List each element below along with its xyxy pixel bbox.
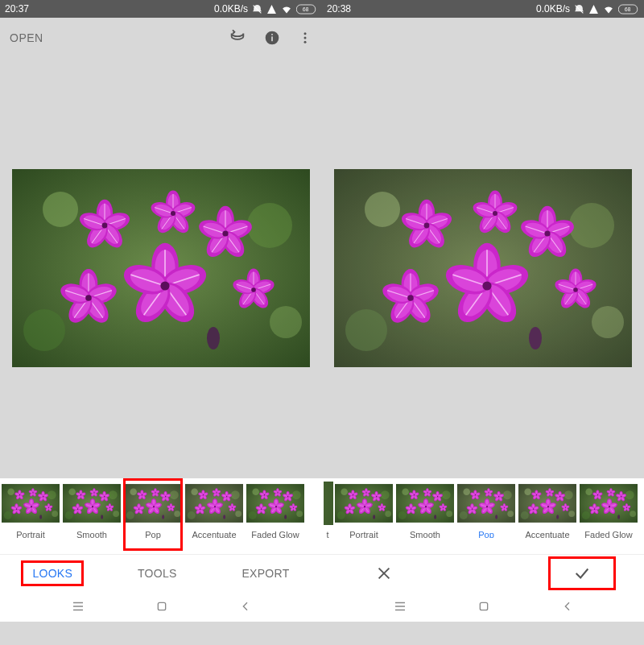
tab-looks[interactable]: LOOKS xyxy=(26,564,79,583)
filter-portrait[interactable]: Portrait xyxy=(333,482,394,540)
svg-rect-22 xyxy=(271,34,273,35)
signal-icon xyxy=(266,4,277,14)
cancel-button[interactable] xyxy=(336,560,432,587)
svg-rect-29 xyxy=(158,602,165,610)
main-image-area[interactable] xyxy=(322,58,644,478)
filter-portrait[interactable]: Portrait xyxy=(0,482,61,540)
filter-label: Portrait xyxy=(0,530,61,540)
nav-home-icon[interactable] xyxy=(155,600,168,613)
nav-recent-icon[interactable] xyxy=(393,599,407,614)
tab-tools[interactable]: TOOLS xyxy=(131,564,184,583)
filter-thumb xyxy=(185,482,243,525)
main-photo xyxy=(12,169,310,367)
filter-thumb xyxy=(335,482,393,525)
svg-point-25 xyxy=(304,41,307,43)
filter-label: t xyxy=(322,530,333,540)
more-vert-icon[interactable] xyxy=(298,30,312,46)
toolbar-spacer xyxy=(322,18,644,58)
filter-accentuate[interactable]: Accentuate xyxy=(184,482,245,540)
filter-faded-glow[interactable]: Faded Glow xyxy=(245,482,306,540)
filter-label: Smooth xyxy=(61,530,122,540)
bottom-tabs: LOOKS TOOLS EXPORT xyxy=(0,554,322,591)
open-button[interactable]: OPEN xyxy=(10,31,43,44)
filter-strip[interactable]: Portrait Smooth Pop Accentuate Faded Glo… xyxy=(0,478,322,554)
filter-partial[interactable]: t xyxy=(322,482,333,540)
filter-label: Accentuate xyxy=(517,530,578,540)
filter-pop[interactable]: Pop xyxy=(122,482,184,540)
svg-rect-38 xyxy=(480,602,487,610)
screenshot-right: 20:38 0.0KB/s 68 t Portrait xyxy=(322,0,644,645)
confirm-button[interactable] xyxy=(534,560,630,587)
filter-thumb xyxy=(246,482,304,525)
dnd-icon xyxy=(252,4,262,14)
filter-thumb xyxy=(63,482,121,525)
filter-thumb xyxy=(324,482,333,525)
tab-export[interactable]: EXPORT xyxy=(235,564,295,583)
filter-label: Pop xyxy=(122,530,184,540)
filter-label: Portrait xyxy=(333,530,394,540)
filter-label: Faded Glow xyxy=(578,530,639,540)
bottom-actions xyxy=(322,554,644,591)
main-image-area[interactable] xyxy=(0,58,322,478)
wifi-icon xyxy=(603,4,614,14)
filter-smooth[interactable]: Smooth xyxy=(394,482,456,540)
svg-text:68: 68 xyxy=(303,6,309,12)
filter-strip[interactable]: t Portrait Smooth Pop Accentuate Faded G… xyxy=(322,478,644,554)
wifi-icon xyxy=(281,4,292,14)
filter-pop[interactable]: Pop xyxy=(456,482,517,540)
nav-back-icon[interactable] xyxy=(561,600,574,613)
status-time: 20:37 xyxy=(5,3,29,14)
filter-faded-glow[interactable]: Faded Glow xyxy=(578,482,639,540)
status-data-rate: 0.0KB/s xyxy=(214,3,248,14)
info-icon[interactable] xyxy=(264,30,280,46)
system-nav-bar xyxy=(0,591,322,622)
filter-label: Pop xyxy=(456,530,517,540)
filter-label: Faded Glow xyxy=(245,530,306,540)
filter-thumb xyxy=(2,482,60,525)
status-bar: 20:37 0.0KB/s 68 xyxy=(0,0,322,18)
status-time: 20:38 xyxy=(327,3,351,14)
svg-point-23 xyxy=(304,32,307,35)
dnd-icon xyxy=(574,4,584,14)
nav-home-icon[interactable] xyxy=(477,600,490,613)
svg-point-24 xyxy=(304,37,307,39)
svg-text:68: 68 xyxy=(625,6,631,12)
screenshot-left: 20:37 0.0KB/s 68 OPEN Portrait xyxy=(0,0,322,645)
filter-label: Smooth xyxy=(394,530,456,540)
filter-label: Accentuate xyxy=(184,530,245,540)
svg-rect-21 xyxy=(271,36,273,41)
filter-thumb xyxy=(518,482,576,525)
nav-recent-icon[interactable] xyxy=(71,599,85,614)
battery-icon: 68 xyxy=(618,4,639,14)
battery-icon: 68 xyxy=(296,4,317,14)
filter-thumb xyxy=(580,482,638,525)
filter-smooth[interactable]: Smooth xyxy=(61,482,122,540)
check-icon xyxy=(572,564,592,582)
main-photo xyxy=(334,169,632,367)
nav-back-icon[interactable] xyxy=(239,600,252,613)
filter-thumb xyxy=(396,482,454,525)
status-data-rate: 0.0KB/s xyxy=(536,3,570,14)
status-bar: 20:38 0.0KB/s 68 xyxy=(322,0,644,18)
filter-thumb xyxy=(124,482,182,525)
filter-thumb xyxy=(457,482,515,525)
filter-accentuate[interactable]: Accentuate xyxy=(517,482,578,540)
signal-icon xyxy=(588,4,599,14)
system-nav-bar xyxy=(322,591,644,622)
close-icon xyxy=(375,564,393,582)
layers-icon[interactable] xyxy=(229,29,246,47)
app-toolbar: OPEN xyxy=(0,18,322,58)
